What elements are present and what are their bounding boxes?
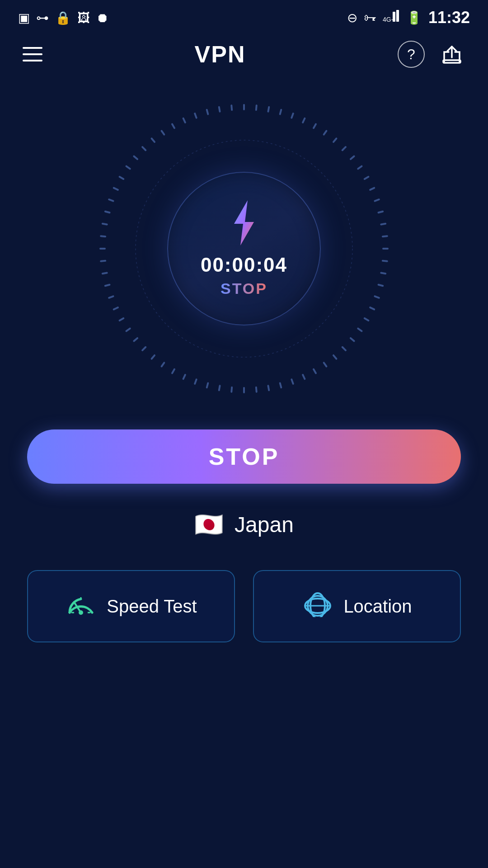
country-flag: 🇯🇵 (194, 511, 224, 538)
svg-line-53 (114, 307, 118, 309)
svg-line-18 (375, 199, 379, 201)
svg-line-32 (333, 355, 336, 359)
svg-line-33 (324, 363, 327, 366)
svg-line-8 (291, 113, 293, 118)
svg-line-11 (324, 131, 327, 135)
center-circle[interactable]: 00:00:04 STOP (167, 172, 321, 326)
svg-line-74 (219, 107, 220, 112)
svg-line-72 (195, 113, 196, 118)
stop-button[interactable]: STOP (27, 429, 461, 484)
signal-icon: 4G+ (383, 8, 400, 28)
timer-display: 00:00:04 (201, 254, 287, 276)
svg-line-13 (343, 147, 346, 150)
status-bar: ▣ ⊶ 🔒 🖼 ⏺ ⊖ 🗝 4G+ 🔋 11:32 (0, 0, 488, 32)
lock-icon: 🔒 (55, 10, 71, 25)
svg-line-28 (365, 318, 369, 321)
svg-line-52 (120, 318, 124, 321)
help-button[interactable]: ? (398, 41, 425, 68)
svg-rect-3 (443, 60, 460, 63)
svg-line-39 (256, 387, 257, 392)
lightning-icon (226, 200, 262, 245)
svg-line-10 (314, 124, 316, 128)
svg-marker-77 (234, 200, 254, 245)
svg-line-23 (383, 261, 387, 261)
bottom-buttons: Speed Test Location (27, 570, 461, 642)
svg-line-12 (333, 138, 336, 142)
svg-line-19 (379, 212, 383, 213)
svg-line-70 (172, 124, 174, 128)
app-title: VPN (195, 41, 246, 68)
svg-line-25 (379, 285, 383, 286)
status-time: 11:32 (428, 8, 470, 27)
svg-line-17 (370, 188, 374, 190)
sim-icon: ▣ (18, 10, 30, 25)
svg-line-24 (381, 273, 385, 274)
svg-line-65 (127, 166, 130, 169)
svg-line-73 (207, 110, 208, 114)
svg-line-31 (343, 347, 346, 350)
svg-line-20 (381, 224, 385, 225)
svg-line-41 (231, 387, 232, 392)
circle-timer-container[interactable]: // This will be done via circle elements… (90, 95, 398, 402)
speed-test-button[interactable]: Speed Test (27, 570, 235, 642)
svg-line-49 (142, 347, 145, 350)
top-nav: VPN ? (0, 32, 488, 77)
svg-line-34 (314, 369, 316, 373)
svg-line-69 (162, 131, 164, 135)
menu-line-2 (23, 53, 42, 55)
svg-line-7 (280, 110, 282, 114)
svg-line-36 (291, 379, 293, 383)
svg-line-56 (103, 273, 107, 274)
svg-line-29 (358, 329, 361, 331)
help-icon: ? (407, 46, 415, 63)
image-icon: 🖼 (77, 10, 90, 25)
svg-line-38 (268, 386, 269, 390)
svg-line-68 (152, 138, 155, 142)
svg-line-43 (207, 383, 208, 388)
svg-line-26 (375, 296, 379, 297)
svg-line-66 (134, 156, 137, 159)
share-icon (441, 43, 463, 66)
svg-line-64 (120, 177, 124, 179)
svg-line-48 (152, 355, 155, 359)
status-left-icons: ▣ ⊶ 🔒 🖼 ⏺ (18, 10, 109, 25)
svg-line-30 (351, 338, 354, 341)
svg-line-67 (142, 147, 145, 150)
menu-line-1 (23, 47, 42, 49)
menu-line-3 (23, 60, 42, 61)
svg-line-6 (268, 107, 269, 112)
svg-line-45 (183, 375, 185, 379)
nav-actions: ? (398, 41, 465, 68)
svg-line-27 (370, 307, 374, 309)
share-button[interactable] (438, 41, 465, 68)
svg-rect-1 (393, 12, 395, 22)
svg-line-37 (280, 383, 282, 388)
svg-line-47 (162, 363, 164, 366)
svg-point-79 (79, 610, 83, 615)
svg-line-51 (127, 329, 130, 331)
main-content: // This will be done via circle elements… (0, 77, 488, 642)
svg-line-46 (172, 369, 174, 373)
timer-stop-label: STOP (221, 280, 267, 297)
svg-line-50 (134, 338, 137, 341)
battery-icon: 🔋 (406, 10, 422, 25)
svg-line-21 (383, 236, 387, 236)
svg-line-57 (101, 261, 105, 261)
svg-line-5 (256, 105, 257, 110)
location-icon (302, 590, 333, 623)
svg-line-71 (183, 118, 185, 123)
svg-line-14 (351, 156, 354, 159)
svg-line-54 (109, 296, 113, 297)
svg-line-63 (114, 188, 118, 190)
svg-line-62 (109, 199, 113, 201)
svg-line-59 (101, 236, 105, 236)
vpn-key-icon: 🗝 (364, 10, 376, 25)
status-right-icons: ⊖ 🗝 4G+ 🔋 11:32 (347, 8, 470, 28)
speed-test-label: Speed Test (107, 596, 197, 617)
svg-line-42 (219, 386, 220, 390)
svg-line-35 (303, 375, 305, 379)
menu-button[interactable] (23, 47, 42, 61)
svg-rect-2 (396, 10, 399, 22)
location-label: Location (343, 596, 412, 617)
location-button[interactable]: Location (253, 570, 461, 642)
